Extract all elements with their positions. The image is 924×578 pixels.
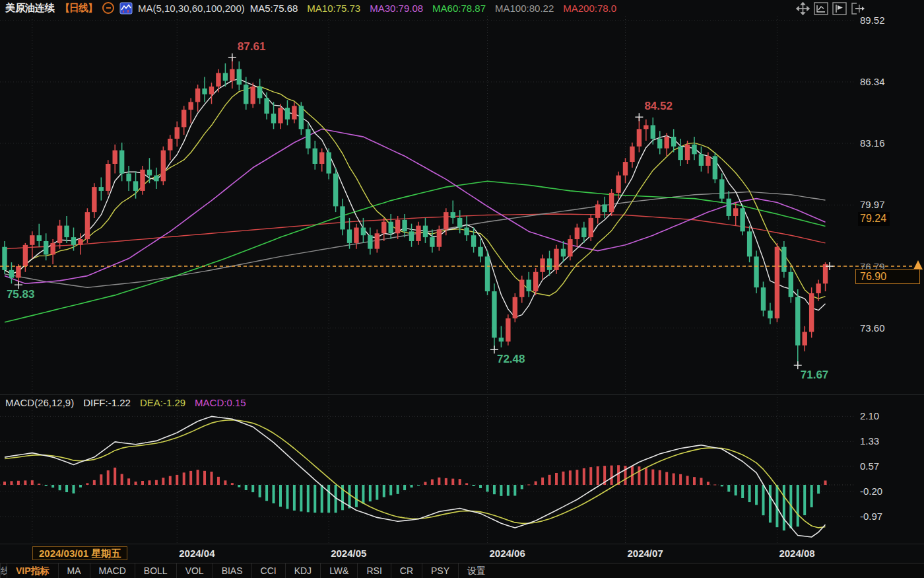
candle: [368, 228, 372, 255]
candle: [209, 83, 214, 104]
ma-params-label: MA(5,10,30,60,100,200): [138, 3, 245, 14]
chart-flag-icon[interactable]: [832, 2, 847, 15]
tab-KDJ[interactable]: KDJ: [285, 563, 320, 578]
date-month-label: 2024/05: [331, 548, 366, 559]
candle: [313, 141, 317, 170]
macd-macd-value: MACD:0.15: [195, 397, 246, 408]
candle: [147, 158, 152, 183]
candle: [678, 139, 682, 166]
price-tick-label: 83.16: [860, 137, 885, 149]
price-annotation-87.61: 87.61: [238, 40, 266, 54]
move-icon[interactable]: [795, 2, 810, 15]
chart-pane-icon[interactable]: [814, 2, 829, 15]
tab-clipped-edge[interactable]: 线: [0, 563, 7, 578]
chart-header: 美原油连续 【日线】 MA(5,10,30,60,100,200) MA5:75…: [5, 1, 626, 15]
tab-CR[interactable]: CR: [391, 563, 422, 578]
tab-PSY[interactable]: PSY: [422, 563, 458, 578]
candle: [630, 143, 634, 168]
candle: [126, 166, 131, 191]
candles-group: [2, 57, 828, 365]
tab-MA[interactable]: MA: [58, 563, 90, 578]
price-annotation-84.52: 84.52: [644, 100, 673, 113]
candle: [175, 122, 180, 147]
date-month-label: 2024/04: [179, 548, 214, 559]
candle: [333, 168, 338, 212]
candle: [340, 199, 345, 236]
pop-out-icon[interactable]: [851, 2, 866, 15]
candle: [595, 201, 600, 224]
date-month-label: 2024/06: [490, 548, 525, 559]
candle: [761, 281, 766, 316]
price-tick-label: 86.34: [860, 76, 885, 88]
candle: [188, 98, 193, 124]
tab-RSI[interactable]: RSI: [357, 563, 390, 578]
candle: [375, 229, 380, 252]
macd-tick-label: 0.57: [860, 460, 879, 472]
candle: [106, 160, 110, 195]
candle: [623, 158, 628, 183]
date-crosshair-label: 2024/03/01 星期五: [32, 546, 127, 560]
macd-dea-value: DEA:-1.29: [140, 397, 185, 408]
macd-tick-label: 1.33: [860, 435, 879, 447]
tab-CCI[interactable]: CCI: [251, 563, 285, 578]
tab-VOL[interactable]: VOL: [176, 563, 213, 578]
price-tick-label: 79.97: [860, 199, 885, 211]
candle: [416, 222, 420, 245]
chart-type-icon[interactable]: [119, 2, 133, 15]
candle: [430, 229, 434, 252]
tab-BOLL[interactable]: BOLL: [135, 563, 176, 578]
candle: [803, 326, 807, 351]
macd-params-label: MACD(26,12,9): [5, 397, 74, 408]
candle: [492, 283, 496, 349]
candle: [533, 268, 538, 295]
price-tick-label: 73.60: [860, 322, 885, 334]
price-annotation-72.48: 72.48: [497, 353, 525, 366]
ma-lines: [5, 79, 826, 322]
candle: [451, 201, 455, 224]
price-tick-label: 89.52: [860, 15, 885, 26]
candle: [519, 276, 524, 303]
candle: [389, 214, 393, 239]
zoom-out-icon[interactable]: [102, 2, 114, 14]
tab-VIP指标[interactable]: VIP指标: [7, 563, 58, 578]
candle: [347, 218, 352, 249]
candle: [644, 120, 648, 141]
chart-canvas[interactable]: [0, 0, 924, 563]
candle: [319, 149, 324, 172]
candle: [740, 204, 744, 235]
macd-tick-label: 2.10: [860, 410, 879, 422]
candle: [168, 135, 172, 160]
candle: [99, 177, 104, 200]
candle: [506, 314, 510, 345]
tab-设置[interactable]: 设置: [458, 563, 494, 578]
ma-value-label: MA30:79.08: [370, 3, 423, 14]
ma-values: MA5:75.68MA10:75.73MA30:79.08MA60:78.87M…: [250, 3, 626, 14]
candle: [409, 224, 414, 247]
candle: [699, 147, 704, 172]
tab-LW&[interactable]: LW&: [320, 563, 357, 578]
period-selector[interactable]: 【日线】: [60, 2, 97, 15]
candle: [23, 243, 28, 272]
candle: [478, 239, 482, 262]
candle: [747, 226, 752, 263]
macd-tick-label: -0.20: [860, 486, 882, 497]
ma-value-label: MA60:78.87: [432, 3, 486, 14]
date-month-label: 2024/08: [779, 548, 814, 559]
candle: [789, 266, 793, 303]
symbol-name: 美原油连续: [5, 2, 55, 15]
candle: [754, 251, 758, 293]
candle: [9, 262, 14, 283]
candle: [264, 92, 269, 120]
tab-BIAS[interactable]: BIAS: [213, 563, 251, 578]
candle: [202, 77, 207, 102]
candle: [781, 241, 786, 278]
candle: [92, 183, 96, 218]
candle: [354, 224, 358, 249]
candle: [713, 152, 717, 183]
candle: [223, 63, 228, 87]
candle: [182, 106, 186, 135]
candle: [85, 208, 90, 243]
axis-divider: [0, 544, 924, 544]
tab-MACD[interactable]: MACD: [90, 563, 135, 578]
chart-toolbar: [795, 2, 866, 15]
